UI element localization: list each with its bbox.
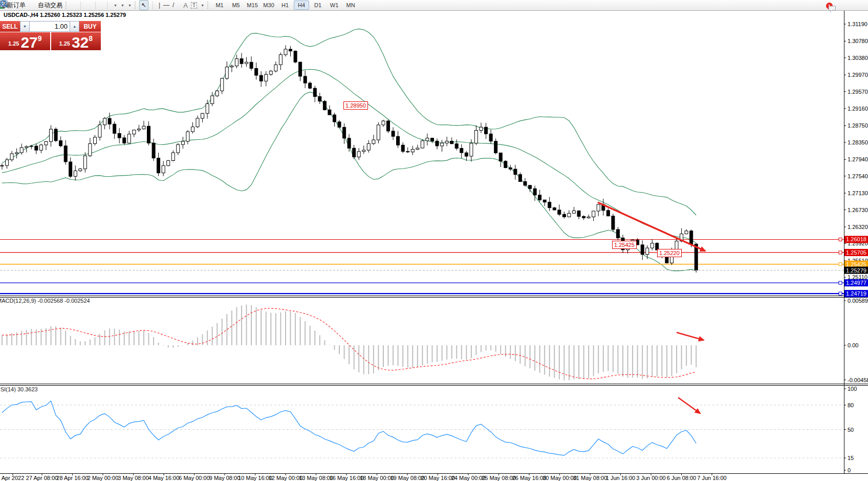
svg-text:1.27940: 1.27940 [848, 156, 868, 162]
text-button[interactable]: A [182, 1, 189, 10]
red-arrow-3[interactable] [678, 398, 700, 413]
timeframe-button-H4[interactable]: H4 [294, 1, 309, 10]
toolbar-grip [207, 2, 210, 9]
crosshair-button[interactable] [148, 1, 151, 10]
timeframe-toolbar: M1M5M15M30H1H4D1W1MN [212, 1, 358, 10]
autotrade-button[interactable]: 自动交易 [36, 1, 64, 10]
svg-text:20 May 16:00: 20 May 16:00 [421, 475, 455, 481]
svg-text:1.30380: 1.30380 [848, 55, 868, 61]
price-callout-1.25220[interactable]: 1.25220 [657, 249, 682, 257]
svg-text:13 May 08:00: 13 May 08:00 [299, 475, 333, 481]
hline-handle[interactable] [839, 238, 842, 241]
macd-axis: 0.0058950.00-0.004586 [844, 298, 868, 383]
svg-text:-0.004586: -0.004586 [848, 377, 868, 383]
chat-bubble-icon [828, 5, 837, 13]
svg-text:80: 80 [848, 402, 854, 408]
horizontal-line-icon: — [163, 2, 169, 9]
toolbar-grip [135, 2, 138, 9]
panel-frame [0, 11, 868, 474]
svg-text:24 May 00:00: 24 May 00:00 [451, 475, 486, 481]
timeframe-button-M5[interactable]: M5 [228, 1, 244, 10]
timeframe-button-M1[interactable]: M1 [212, 1, 227, 10]
buy-price-sup: 8 [89, 34, 93, 43]
svg-text:50: 50 [848, 427, 854, 433]
time-axis: Apr 202227 Apr 08:0028 Apr 16:002 May 00… [2, 474, 727, 481]
horizontal-line-button[interactable]: — [162, 1, 171, 10]
toolbar-separator [95, 2, 99, 9]
chevron-down-icon: ▼ [201, 4, 204, 7]
vertical-line-button[interactable]: | [157, 1, 162, 10]
sell-price-display[interactable]: 1.25 27 9 [0, 32, 50, 50]
buy-price-display[interactable]: 1.25 32 8 [51, 32, 101, 50]
chart-title: USDCAD-,H4 1.25260 1.25323 1.25256 1.252… [4, 12, 126, 18]
svg-text:12 May 00:00: 12 May 00:00 [269, 475, 303, 481]
chevron-down-icon: ▼ [121, 4, 124, 7]
macd-indicator-label: MACD(12,26,9) -0.002568 -0.002524 [0, 298, 90, 304]
svg-text:1.29970: 1.29970 [848, 72, 868, 78]
svg-text:0: 0 [848, 467, 851, 473]
timeframe-button-W1[interactable]: W1 [327, 1, 342, 10]
svg-text:25 May 08:00: 25 May 08:00 [482, 475, 516, 481]
text-label-icon: T [191, 2, 197, 9]
toolbar-separator [153, 2, 156, 9]
buy-price-small: 1.25 [59, 40, 70, 47]
hline-handle[interactable] [839, 281, 842, 284]
line-chart-button[interactable] [76, 1, 79, 10]
search-icon[interactable] [0, 0, 8, 8]
svg-text:18 May 00:00: 18 May 00:00 [360, 475, 394, 481]
toolbar-grip [66, 2, 69, 9]
buy-button[interactable]: BUY [79, 21, 101, 32]
svg-text:1.29160: 1.29160 [848, 106, 868, 112]
arrows-button[interactable]: ▼ [199, 1, 206, 10]
one-click-trading-panel: SELL ▼ ▲ BUY 1.25 27 9 1.25 32 8 [0, 21, 101, 50]
svg-text:1.29570: 1.29570 [848, 89, 868, 95]
sell-button[interactable]: SELL [0, 21, 20, 32]
autotrade-label: 自动交易 [38, 1, 62, 10]
sell-price-sup: 9 [38, 34, 42, 43]
main-toolbar: 新订单 自动交易 ▼ ▼ [0, 0, 868, 11]
svg-text:1.26018: 1.26018 [846, 236, 866, 242]
lot-increase-button[interactable]: ▲ [70, 21, 79, 32]
svg-text:6 Jun 08:00: 6 Jun 08:00 [667, 475, 697, 481]
rsi-axis: 1008050150 [844, 386, 857, 473]
timeframe-button-D1[interactable]: D1 [310, 1, 326, 10]
svg-text:0.005895: 0.005895 [848, 298, 868, 304]
timeframe-button-H1[interactable]: H1 [277, 1, 293, 10]
lot-size-input[interactable] [30, 21, 70, 32]
new-chart-button[interactable]: ▼ [112, 1, 119, 10]
toolbar-separator [80, 2, 84, 9]
svg-text:3 Jun 00:00: 3 Jun 00:00 [636, 475, 666, 481]
svg-text:1.28350: 1.28350 [848, 139, 868, 145]
hline-handle[interactable] [839, 263, 842, 266]
new-order-button[interactable]: 新订单 [6, 1, 27, 10]
tile-windows-button[interactable] [91, 1, 94, 10]
text-label-button[interactable]: T [189, 1, 199, 10]
svg-text:100: 100 [848, 386, 857, 392]
svg-text:16 May 16:00: 16 May 16:00 [330, 475, 364, 481]
auto-scroll-button[interactable] [103, 1, 106, 10]
hline-handle[interactable] [839, 292, 842, 295]
svg-text:0.00: 0.00 [848, 342, 858, 348]
horizontal-lines[interactable] [0, 238, 844, 295]
trend-line-button[interactable]: / [171, 1, 176, 10]
chart-canvas[interactable]: 1.311901.307801.303801.299701.295701.291… [0, 0, 868, 481]
periods-button[interactable]: ▼ [119, 1, 126, 10]
svg-text:2 May 00:00: 2 May 00:00 [88, 475, 119, 481]
trend-line-icon: / [172, 2, 174, 9]
lot-decrease-button[interactable]: ▼ [20, 21, 30, 32]
rsi-indicator-label: RSI(14) 30.3623 [0, 386, 38, 392]
red-arrow-2[interactable] [677, 332, 704, 340]
svg-text:1.25279: 1.25279 [846, 267, 866, 274]
cursor-button[interactable]: ↖ [139, 0, 148, 10]
templates-button[interactable]: ▼ [126, 1, 133, 10]
price-callout-1.28950[interactable]: 1.28950 [343, 101, 368, 110]
svg-text:1.27540: 1.27540 [848, 173, 868, 179]
price-callout-1.25425[interactable]: 1.25425 [612, 241, 637, 249]
candles [1, 45, 698, 273]
price-axis: 1.311901.307801.303801.299701.295701.291… [844, 21, 868, 297]
timeframe-button-MN[interactable]: MN [343, 1, 358, 10]
hline-handle[interactable] [839, 251, 842, 254]
timeframe-button-M30[interactable]: M30 [261, 1, 276, 10]
trend-arrows[interactable] [598, 202, 705, 413]
timeframe-button-M15[interactable]: M15 [245, 1, 260, 10]
